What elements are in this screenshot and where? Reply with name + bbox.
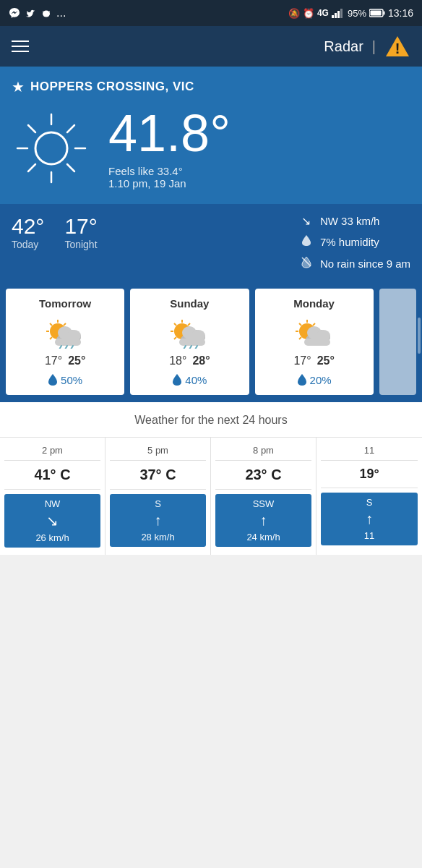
forecast-rain-2: 20% — [297, 373, 332, 386]
silent-icon: 🔕 — [288, 8, 300, 19]
hourly-wind-dir-1: S — [113, 498, 203, 509]
svg-rect-3 — [332, 15, 334, 18]
svg-line-44 — [174, 323, 176, 326]
hourly-wind-arrow-0: ↘ — [7, 512, 98, 529]
main-temperature: 41.8° — [108, 107, 410, 159]
svg-line-17 — [67, 164, 74, 171]
hourly-wind-speed-0: 26 km/h — [7, 532, 98, 543]
svg-line-46 — [188, 323, 190, 326]
forecast-card-monday[interactable]: Monday 17° 25° — [255, 289, 374, 395]
svg-line-36 — [59, 346, 61, 349]
svg-line-18 — [67, 125, 74, 132]
status-right-icons: 🔕 ⏰ 4G 95% 13:16 — [288, 7, 413, 19]
svg-line-55 — [195, 346, 197, 349]
hourly-time-0: 2 pm — [4, 445, 100, 461]
hourly-grid: 2 pm 41° C NW ↘ 26 km/h 5 pm 37° C S ↑ 2… — [0, 437, 422, 555]
svg-line-53 — [184, 346, 186, 349]
today-tonight-row: 42° Today 17° Tonight ↘ NW 33 km/h 7% hu… — [0, 204, 422, 281]
today-label: Today — [12, 239, 38, 250]
clock-time: 13:16 — [388, 7, 413, 19]
hourly-col-2: 8 pm 23° C SSW ↑ 24 km/h — [211, 438, 316, 555]
svg-line-30 — [50, 337, 52, 339]
divider-1 — [110, 489, 206, 490]
svg-rect-69 — [304, 339, 330, 346]
rain-drop-icon-1 — [172, 373, 182, 386]
weather-header: ★ HOPPERS CROSSING, VIC 41.8° Feels like… — [0, 67, 422, 204]
forecast-day-1: Sunday — [170, 297, 209, 310]
menu-button[interactable] — [12, 41, 29, 52]
humidity-text: 7% humidity — [320, 236, 379, 248]
forecast-icon-2 — [293, 315, 336, 349]
scroll-indicator — [418, 318, 421, 354]
nav-title: Radar — [324, 38, 363, 55]
hourly-temp-1: 37° C — [110, 467, 206, 483]
rain-drop-icon-0 — [48, 373, 58, 386]
svg-line-61 — [299, 323, 301, 326]
svg-rect-5 — [337, 11, 340, 18]
hourly-wind-dir-2: SSW — [218, 498, 309, 509]
location-name: HOPPERS CROSSING, VIC — [30, 80, 194, 94]
svg-rect-4 — [335, 13, 337, 18]
forecast-row: Tomorrow — [0, 281, 422, 402]
wind-text: NW 33 km/h — [320, 215, 380, 227]
hourly-wind-arrow-2: ↑ — [218, 512, 309, 529]
forecast-temps-1: 18° 28° — [169, 354, 210, 367]
forecast-day-0: Tomorrow — [39, 297, 91, 310]
forecast-card-partial[interactable] — [379, 289, 416, 395]
hourly-wind-dir-3: S — [324, 497, 415, 508]
warning-icon[interactable]: ! — [384, 33, 410, 59]
forecast-icon-1 — [168, 315, 211, 349]
svg-line-29 — [64, 323, 66, 326]
forecast-high-0: 25° — [68, 354, 85, 367]
feels-like: Feels like 33.4° — [108, 165, 410, 177]
svg-line-64 — [299, 337, 301, 339]
rain-percent-0: 50% — [61, 374, 82, 386]
svg-rect-6 — [340, 9, 343, 18]
no-rain-icon — [298, 255, 314, 271]
hourly-wind-speed-1: 28 km/h — [113, 532, 203, 542]
divider-3 — [321, 488, 418, 488]
temperature-block: 41.8° Feels like 33.4° 1.10 pm, 19 Jan — [108, 107, 410, 190]
forecast-temps-0: 17° 25° — [45, 354, 85, 367]
svg-text:!: ! — [395, 41, 400, 56]
hourly-temp-2: 23° C — [215, 467, 311, 483]
forecast-day-2: Monday — [293, 297, 335, 310]
alarm-icon: ⏰ — [303, 8, 314, 19]
svg-line-47 — [174, 337, 176, 339]
forecast-low-1: 18° — [169, 354, 186, 367]
svg-rect-52 — [179, 339, 205, 346]
status-bar: ... 🔕 ⏰ 4G 95% 13:16 — [0, 0, 422, 26]
hourly-wind-dir-0: NW — [7, 498, 98, 509]
forecast-high-1: 28° — [192, 354, 210, 367]
svg-point-20 — [35, 132, 67, 164]
nav-divider: | — [372, 38, 376, 55]
forecast-icon-0 — [43, 315, 87, 349]
forecast-section: Tomorrow — [0, 281, 422, 402]
tamagotchi-icon — [40, 7, 52, 19]
favorite-star-icon: ★ — [12, 78, 25, 95]
svg-line-27 — [50, 323, 52, 326]
rain-percent-1: 40% — [185, 374, 207, 386]
weather-details: ↘ NW 33 km/h 7% humidity No rain since 9… — [298, 214, 410, 271]
svg-line-63 — [313, 323, 315, 326]
wind-arrow-icon: ↘ — [298, 214, 314, 228]
forecast-card-sunday[interactable]: Sunday 18° — [130, 289, 249, 395]
hourly-col-3: 11 19° S ↑ 11 — [316, 438, 422, 555]
divider-2 — [215, 489, 311, 490]
hourly-time-2: 8 pm — [215, 445, 311, 461]
location-row: ★ HOPPERS CROSSING, VIC — [12, 78, 410, 95]
hourly-temp-3: 19° — [321, 467, 418, 482]
signal-icon — [332, 8, 345, 18]
timestamp: 1.10 pm, 19 Jan — [108, 177, 410, 190]
svg-line-38 — [71, 346, 73, 349]
hourly-temp-0: 41° C — [4, 467, 100, 483]
forecast-rain-0: 50% — [48, 373, 82, 386]
hourly-col-1: 5 pm 37° C S ↑ 28 km/h — [106, 438, 211, 555]
forecast-card-tomorrow[interactable]: Tomorrow — [6, 289, 124, 395]
forecast-temps-2: 17° 25° — [293, 354, 334, 367]
rain-text: No rain since 9 am — [320, 258, 410, 270]
rain-detail: No rain since 9 am — [298, 255, 410, 271]
svg-line-54 — [189, 346, 191, 349]
svg-line-16 — [28, 125, 35, 132]
humidity-detail: 7% humidity — [298, 234, 410, 250]
